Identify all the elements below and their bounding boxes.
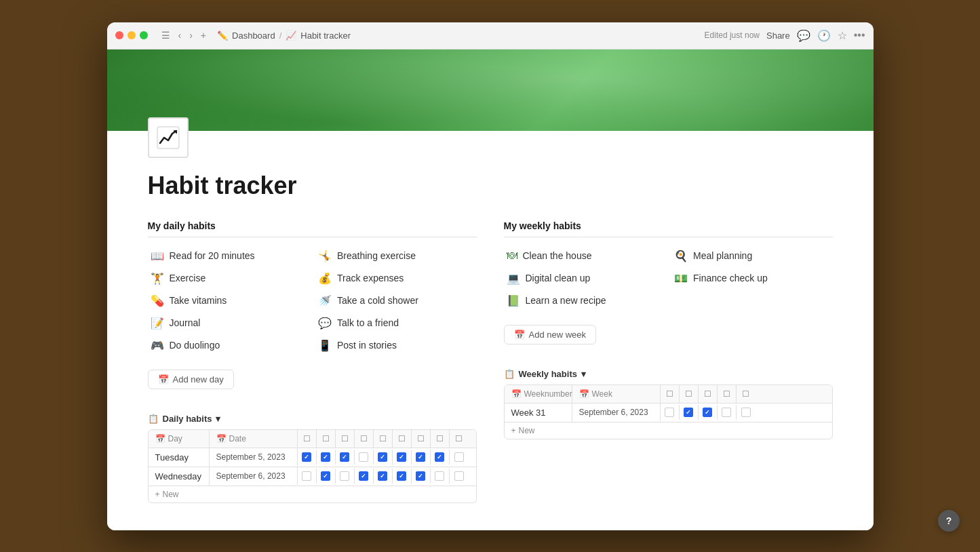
- col-date-label: Date: [229, 434, 246, 443]
- history-icon[interactable]: 🕐: [817, 29, 831, 42]
- check-tue-4[interactable]: [355, 450, 374, 465]
- check-wed-9[interactable]: [450, 469, 469, 484]
- weekly-db-header[interactable]: 📋 Weekly habits ▾: [504, 369, 833, 379]
- maximize-button[interactable]: [140, 31, 148, 39]
- cell-wed-date: September 6, 2023: [210, 467, 298, 485]
- weekly-db-chevron: ▾: [581, 369, 586, 379]
- more-icon[interactable]: •••: [854, 29, 865, 41]
- habit-recipe[interactable]: 📗 Learn a new recipe: [504, 290, 665, 311]
- habit-talk-friend[interactable]: 💬 Talk to a friend: [315, 313, 477, 334]
- check-tue-3[interactable]: [336, 450, 355, 465]
- habit-exercise[interactable]: 🏋 Exercise: [148, 268, 309, 289]
- daily-db-section: 📋 Daily habits ▾ 📅 Day 📅: [148, 414, 477, 503]
- checkbox-tue-5[interactable]: [378, 452, 387, 462]
- checkbox-wed-1[interactable]: [302, 471, 311, 481]
- check-tue-8[interactable]: [431, 450, 450, 465]
- add-new-week-button[interactable]: 📅 Add new week: [504, 325, 597, 344]
- checkbox-wed-4[interactable]: [359, 471, 368, 481]
- habit-talk-icon: 💬: [318, 317, 332, 330]
- star-icon[interactable]: ☆: [838, 29, 847, 42]
- add-page-icon[interactable]: +: [198, 28, 209, 42]
- col-check-5: ☐: [374, 430, 393, 448]
- habit-digital-clean[interactable]: 💻 Digital clean up: [504, 268, 665, 289]
- col-weeknum-label: Weeknumber: [524, 389, 572, 399]
- share-button[interactable]: Share: [766, 31, 790, 41]
- habit-exercise-icon: 🏋: [151, 272, 164, 285]
- checkbox-wed-2[interactable]: [321, 471, 330, 481]
- check-tue-1[interactable]: [298, 450, 317, 465]
- check-wed-1[interactable]: [298, 469, 317, 484]
- check-wed-5[interactable]: [374, 469, 393, 484]
- check-w31-5[interactable]: [737, 405, 756, 420]
- col-checks: ☐ ☐ ☐ ☐ ☐ ☐ ☐ ☐ ☐: [298, 430, 476, 448]
- forward-icon[interactable]: ›: [187, 28, 195, 42]
- check-tue-6[interactable]: [393, 450, 412, 465]
- page-icon[interactable]: [148, 117, 189, 158]
- checkbox-wed-6[interactable]: [397, 471, 406, 481]
- checkbox-wed-7[interactable]: [416, 471, 425, 481]
- habit-digital-icon: 💻: [507, 272, 520, 285]
- add-new-day-button[interactable]: 📅 Add new day: [148, 370, 234, 389]
- checkbox-w31-4[interactable]: [722, 408, 731, 417]
- minimize-button[interactable]: [128, 31, 136, 39]
- habit-post-stories[interactable]: 📱 Post in stories: [315, 335, 477, 356]
- check-w31-1[interactable]: [661, 405, 680, 420]
- check-tue-9[interactable]: [450, 450, 469, 465]
- sidebar-toggle-icon[interactable]: ☰: [159, 28, 173, 42]
- help-button[interactable]: ?: [938, 510, 960, 532]
- check-tue-5[interactable]: [374, 450, 393, 465]
- check-wed-2[interactable]: [317, 469, 336, 484]
- checkbox-wed-3[interactable]: [340, 471, 349, 481]
- breadcrumb-dashboard[interactable]: Dashboard: [232, 31, 275, 41]
- page-title: Habit tracker: [148, 172, 833, 200]
- habit-vitamins[interactable]: 💊 Take vitamins: [148, 290, 309, 311]
- habit-meal-planning[interactable]: 🍳 Meal planning: [671, 245, 833, 267]
- weekly-col-checks: ☐ ☐ ☐ ☐ ☐: [661, 385, 832, 403]
- checkbox-w31-1[interactable]: [665, 408, 674, 417]
- checkbox-tue-4[interactable]: [359, 452, 368, 462]
- daily-table-header: 📅 Day 📅 Date ☐ ☐ ☐ ☐: [149, 430, 476, 448]
- checkbox-tue-7[interactable]: [416, 452, 425, 462]
- row-tuesday: Tuesday September 5, 2023: [149, 448, 476, 467]
- checkbox-w31-5[interactable]: [741, 408, 751, 417]
- check-tue-7[interactable]: [412, 450, 431, 465]
- habit-track-expenses[interactable]: 💰 Track expenses: [315, 268, 477, 289]
- close-button[interactable]: [115, 31, 123, 39]
- check-w31-2[interactable]: [680, 405, 699, 420]
- habit-finance[interactable]: 💵 Finance check up: [671, 268, 833, 289]
- checkbox-w31-3[interactable]: [703, 408, 712, 417]
- habit-duolingo[interactable]: 🎮 Do duolingo: [148, 335, 309, 356]
- daily-db-header[interactable]: 📋 Daily habits ▾: [148, 414, 477, 424]
- checkbox-tue-2[interactable]: [321, 452, 330, 462]
- checkbox-wed-5[interactable]: [378, 471, 387, 481]
- checkbox-wed-9[interactable]: [454, 471, 464, 481]
- breadcrumb-current[interactable]: Habit tracker: [300, 31, 351, 41]
- habit-track-label: Track expenses: [337, 273, 404, 283]
- check-wed-7[interactable]: [412, 469, 431, 484]
- habit-journal-icon: 📝: [151, 317, 164, 330]
- checkbox-tue-1[interactable]: [302, 452, 311, 462]
- add-weekly-row[interactable]: + New: [505, 422, 832, 439]
- checkbox-w31-2[interactable]: [684, 408, 693, 417]
- comment-icon[interactable]: 💬: [797, 29, 810, 42]
- habit-cold-shower[interactable]: 🚿 Take a cold shower: [315, 290, 477, 311]
- habit-journal[interactable]: 📝 Journal: [148, 313, 309, 334]
- check-wed-4[interactable]: [355, 469, 374, 484]
- checkbox-tue-8[interactable]: [435, 452, 444, 462]
- check-wed-8[interactable]: [431, 469, 450, 484]
- add-daily-row[interactable]: + New: [149, 486, 476, 502]
- checkbox-wed-8[interactable]: [435, 471, 444, 481]
- check-wed-6[interactable]: [393, 469, 412, 484]
- checkbox-tue-9[interactable]: [454, 452, 464, 462]
- habit-read[interactable]: 📖 Read for 20 minutes: [148, 245, 309, 267]
- habit-clean-house[interactable]: 🍽 Clean the house: [504, 245, 665, 267]
- check-w31-3[interactable]: [699, 405, 718, 420]
- check-wed-3[interactable]: [336, 469, 355, 484]
- col-day-label: Day: [168, 434, 182, 443]
- habit-breathing[interactable]: 🤸 Breathing exercise: [315, 245, 477, 267]
- checkbox-tue-6[interactable]: [397, 452, 406, 462]
- check-tue-2[interactable]: [317, 450, 336, 465]
- check-w31-4[interactable]: [718, 405, 737, 420]
- back-icon[interactable]: ‹: [176, 28, 184, 42]
- checkbox-tue-3[interactable]: [340, 452, 349, 462]
